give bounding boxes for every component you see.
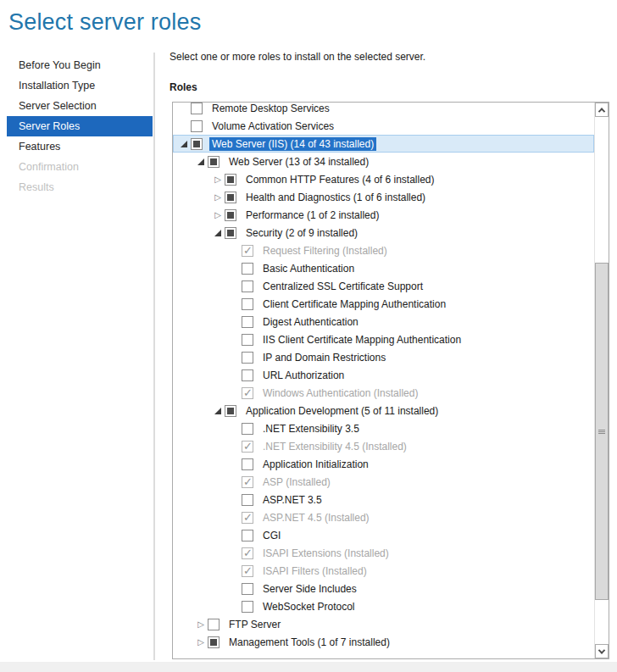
checkbox[interactable] xyxy=(242,512,253,524)
roles-listbox: Remote Desktop Services Volume Activatio… xyxy=(172,102,609,659)
scroll-down-button[interactable] xyxy=(595,644,609,658)
tree-row[interactable]: ISAPI Filters (Installed) xyxy=(173,562,594,580)
sidebar-item-server-roles[interactable]: Server Roles xyxy=(7,116,153,136)
checkbox[interactable] xyxy=(225,192,236,203)
sidebar-item-confirmation[interactable]: Confirmation xyxy=(7,157,153,177)
tree-row[interactable]: Volume Activation Services xyxy=(173,117,594,135)
checkbox[interactable] xyxy=(242,530,253,541)
scrollbar-thumb[interactable] xyxy=(595,263,609,600)
tree-row[interactable]: FTP Server xyxy=(173,615,594,633)
tree-row[interactable]: Health and Diagnostics (1 of 6 installed… xyxy=(173,188,594,206)
expander-icon xyxy=(228,262,242,275)
checkbox[interactable] xyxy=(225,174,236,186)
tree-row[interactable]: .NET Extensibility 4.5 (Installed) xyxy=(173,437,594,455)
tree-row[interactable]: Security (2 of 9 installed) xyxy=(173,224,594,242)
tree-row-label: ISAPI Extensions (Installed) xyxy=(260,547,392,560)
tree-row[interactable]: IP and Domain Restrictions xyxy=(173,348,594,366)
checkbox[interactable] xyxy=(208,619,220,630)
tree-row-label: Digest Authentication xyxy=(260,315,361,329)
checkbox[interactable] xyxy=(225,405,236,417)
tree-row[interactable]: ASP.NET 3.5 xyxy=(173,491,594,508)
tree-row-label: Web Server (13 of 34 installed) xyxy=(226,155,371,169)
collapsed-triangle-icon[interactable] xyxy=(211,173,225,186)
tree-row[interactable]: Digest Authentication xyxy=(173,313,594,330)
tree-row[interactable]: Application Development (5 of 11 install… xyxy=(173,402,594,419)
expanded-triangle-icon[interactable] xyxy=(177,137,191,151)
checkbox[interactable] xyxy=(225,227,236,239)
tree-row[interactable]: Management Tools (1 of 7 installed) xyxy=(173,633,594,651)
collapsed-triangle-icon[interactable] xyxy=(194,636,208,649)
vertical-scrollbar[interactable] xyxy=(594,103,609,658)
checkbox[interactable] xyxy=(242,263,253,275)
expanded-triangle-icon[interactable] xyxy=(194,155,208,169)
sidebar-item-features[interactable]: Features xyxy=(7,136,153,157)
tree-row[interactable]: CGI xyxy=(173,526,594,544)
checkbox[interactable] xyxy=(208,156,220,168)
expander-icon xyxy=(228,511,242,525)
checkbox[interactable] xyxy=(242,494,253,506)
collapsed-triangle-icon[interactable] xyxy=(194,618,208,631)
tree-row[interactable]: Common HTTP Features (4 of 6 installed) xyxy=(173,170,594,188)
checkbox[interactable] xyxy=(242,583,253,595)
tree-row[interactable]: WebSocket Protocol xyxy=(173,597,594,615)
expander-icon xyxy=(228,386,242,400)
expanded-triangle-icon[interactable] xyxy=(211,226,225,240)
tree-row[interactable]: .NET Extensibility 3.5 xyxy=(173,419,594,437)
expanded-triangle-icon[interactable] xyxy=(211,404,225,418)
checkbox[interactable] xyxy=(242,280,253,292)
checkbox[interactable] xyxy=(242,245,253,257)
page-title: Select server roles xyxy=(8,9,201,36)
checkbox[interactable] xyxy=(242,298,253,310)
checkbox[interactable] xyxy=(191,120,203,132)
collapsed-triangle-icon[interactable] xyxy=(211,208,225,222)
tree-row[interactable]: Windows Authentication (Installed) xyxy=(173,384,594,402)
tree-row[interactable]: ISAPI Extensions (Installed) xyxy=(173,544,594,562)
tree-row[interactable]: Basic Authentication xyxy=(173,259,594,277)
sidebar-item-server-selection[interactable]: Server Selection xyxy=(7,96,153,116)
tree-row-label: IIS Client Certificate Mapping Authentic… xyxy=(260,333,464,347)
checkbox[interactable] xyxy=(191,138,203,150)
tree-row[interactable]: Server Side Includes xyxy=(173,580,594,597)
tree-row[interactable]: Remote Desktop Services xyxy=(173,103,594,117)
tree-row[interactable]: ASP (Installed) xyxy=(173,473,594,491)
tree-row[interactable]: Centralized SSL Certificate Support xyxy=(173,277,594,295)
tree-row-label: Request Filtering (Installed) xyxy=(260,244,390,258)
tree-row-label: Performance (1 of 2 installed) xyxy=(243,208,381,222)
checkbox[interactable] xyxy=(242,565,253,577)
checkbox[interactable] xyxy=(242,423,253,435)
expander-icon xyxy=(228,351,242,364)
instruction-text: Select one or more roles to install on t… xyxy=(170,51,610,63)
tree-row-label: .NET Extensibility 4.5 (Installed) xyxy=(260,440,409,453)
checkbox[interactable] xyxy=(242,601,253,613)
checkbox[interactable] xyxy=(242,441,253,453)
scroll-up-button[interactable] xyxy=(595,103,609,117)
checkbox[interactable] xyxy=(191,103,203,114)
tree-row[interactable]: ASP.NET 4.5 (Installed) xyxy=(173,508,594,526)
checkbox[interactable] xyxy=(242,476,253,488)
tree-row[interactable]: Performance (1 of 2 installed) xyxy=(173,206,594,224)
tree-row[interactable]: Application Initialization xyxy=(173,455,594,473)
tree-row[interactable]: Client Certificate Mapping Authenticatio… xyxy=(173,295,594,313)
checkbox[interactable] xyxy=(242,352,253,364)
sidebar-item-installation-type[interactable]: Installation Type xyxy=(7,75,153,96)
sidebar-item-before-you-begin[interactable]: Before You Begin xyxy=(7,55,153,75)
tree-row[interactable]: URL Authorization xyxy=(173,366,594,384)
tree-row[interactable]: Request Filtering (Installed) xyxy=(173,242,594,259)
collapsed-triangle-icon[interactable] xyxy=(211,191,225,204)
tree-row[interactable]: IIS Client Certificate Mapping Authentic… xyxy=(173,330,594,348)
sidebar-item-results[interactable]: Results xyxy=(7,177,153,197)
tree-row-label: Management Tools (1 of 7 installed) xyxy=(226,636,392,649)
checkbox[interactable] xyxy=(208,636,220,648)
tree-row-label: FTP Server xyxy=(226,618,283,631)
checkbox[interactable] xyxy=(242,334,253,346)
tree-row-label: ASP.NET 3.5 xyxy=(260,493,325,507)
checkbox[interactable] xyxy=(242,387,253,399)
tree-row[interactable]: Web Server (13 of 34 installed) xyxy=(173,153,594,170)
tree-row[interactable]: Web Server (IIS) (14 of 43 installed) xyxy=(173,135,594,153)
checkbox[interactable] xyxy=(242,369,253,381)
checkbox[interactable] xyxy=(242,458,253,470)
checkbox[interactable] xyxy=(242,547,253,559)
expander-icon xyxy=(228,458,242,471)
checkbox[interactable] xyxy=(242,316,253,328)
checkbox[interactable] xyxy=(225,209,236,221)
